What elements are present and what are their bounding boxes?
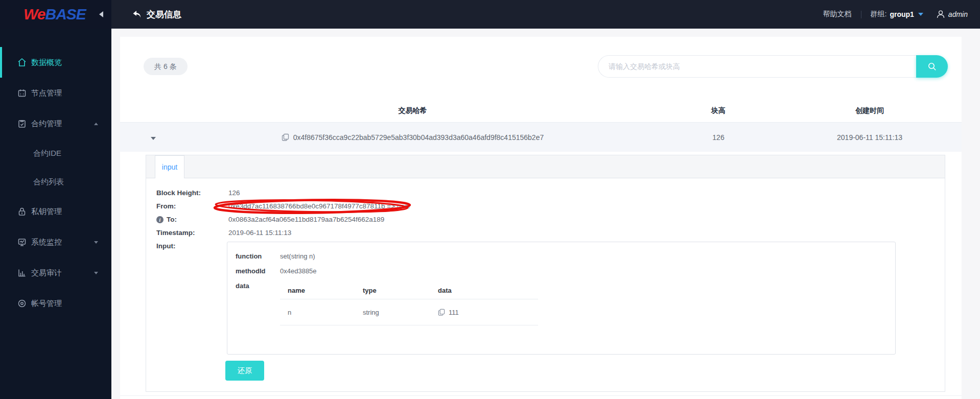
webase-logo: WeBASE	[24, 6, 86, 23]
row-expand-caret-icon[interactable]	[151, 137, 156, 140]
sidebar-item-contract-list[interactable]: 合约列表	[0, 168, 111, 196]
to-label: To:	[167, 213, 177, 226]
search-button[interactable]	[916, 55, 948, 78]
tx-detail-panel: input Block Height: 126 From: 0xe3dd7ac1…	[146, 155, 945, 392]
sidebar-item-label: 节点管理	[31, 88, 62, 98]
detail-tabbar: input	[146, 155, 945, 178]
back-arrow-icon[interactable]	[132, 9, 142, 19]
methodid-label: methodId	[236, 267, 280, 275]
from-user-link[interactable]: user	[397, 202, 410, 210]
param-header-type: type	[363, 287, 438, 294]
app-header: WeBASE 交易信息 帮助文档 群组: group1 admin	[0, 0, 980, 29]
page-title: 交易信息	[147, 9, 181, 20]
sidebar-item-contract-management[interactable]: 合约管理	[0, 108, 111, 139]
function-label: function	[236, 252, 280, 260]
logo-base: BASE	[45, 6, 85, 22]
header-main: 交易信息 帮助文档 群组: group1 admin	[111, 0, 980, 29]
sidebar-item-transaction-audit[interactable]: 交易审计	[0, 257, 111, 288]
params-table: name type data n string 111	[280, 282, 538, 325]
tab-input[interactable]: input	[155, 155, 184, 178]
clipboard-icon	[17, 119, 27, 128]
target-icon	[17, 299, 27, 308]
username: admin	[948, 10, 968, 18]
tx-block-height: 126	[659, 133, 778, 142]
block-height-value: 126	[228, 186, 240, 200]
sidebar-item-contract-ide[interactable]: 合约IDE	[0, 139, 111, 168]
methodid-value: 0x4ed3885e	[280, 267, 317, 275]
search-input[interactable]	[598, 55, 916, 78]
column-header-created-time: 创建时间	[778, 106, 962, 115]
monitor-icon	[17, 238, 27, 247]
user-menu[interactable]: admin	[936, 9, 968, 19]
data-label: data	[236, 282, 280, 325]
restore-button[interactable]: 还原	[225, 361, 264, 381]
copy-icon[interactable]	[438, 309, 445, 316]
tx-created-time: 2019-06-11 15:11:13	[778, 133, 962, 142]
block-height-label: Block Height:	[156, 186, 228, 200]
sidebar-item-data-overview[interactable]: 数据概览	[0, 47, 111, 78]
group-label: 群组:	[871, 10, 887, 19]
logo-zone: WeBASE	[0, 0, 111, 29]
column-header-block-height: 块高	[659, 106, 778, 115]
total-count-badge: 共 6 条	[144, 58, 188, 75]
sidebar-item-label: 合约列表	[33, 177, 64, 187]
lock-icon	[17, 207, 27, 216]
param-name: n	[288, 309, 363, 316]
sidebar-item-label: 交易审计	[31, 268, 62, 278]
function-value: set(string n)	[280, 252, 315, 260]
sidebar-item-label: 数据概览	[31, 58, 62, 67]
from-address: 0xe3dd7ac116838766bd8e0c967178f4977c8781…	[228, 202, 385, 210]
sidebar-item-label: 系统监控	[31, 238, 62, 247]
table-row[interactable]: 0x4f8675f36cca9c22bab5729e5ab3f30b04ad39…	[120, 123, 962, 152]
toolbar: 共 6 条	[120, 55, 962, 78]
sidebar-item-node-management[interactable]: 节点管理	[0, 78, 111, 108]
column-header-tx-hash: 交易哈希	[166, 106, 659, 115]
group-selector[interactable]: group1	[890, 10, 914, 18]
chevron-down-icon	[94, 241, 98, 244]
from-arrow: =>	[387, 202, 395, 210]
sidebar-item-system-monitor[interactable]: 系统监控	[0, 227, 111, 257]
content-card: 共 6 条 交易哈希 块高 创建时间 0x4f8675f36cca9c22bab…	[120, 37, 962, 399]
timestamp-value: 2019-06-11 15:11:13	[228, 226, 291, 240]
sidebar-collapse-icon[interactable]	[99, 11, 103, 17]
to-address: 0x0863a2acf64a065e11bd8179aa7b6254f662a1…	[228, 213, 384, 226]
svg-text:i: i	[159, 217, 161, 223]
from-label: From:	[156, 200, 228, 213]
timestamp-label: Timestamp:	[156, 226, 228, 240]
bar-chart-icon	[17, 268, 27, 277]
sidebar-item-label: 私钥管理	[31, 207, 62, 217]
sidebar: 数据概览 节点管理 合约管理 合约IDE 合约列表 私钥管理	[0, 29, 111, 399]
help-doc-link[interactable]: 帮助文档	[823, 10, 852, 19]
home-icon	[17, 58, 27, 67]
param-header-name: name	[288, 287, 363, 294]
info-icon[interactable]: i	[156, 216, 164, 223]
main-content: 共 6 条 交易哈希 块高 创建时间 0x4f8675f36cca9c22bab…	[111, 29, 980, 399]
sidebar-item-label: 帐号管理	[31, 299, 62, 309]
search-icon	[927, 62, 937, 72]
input-data-box: function set(string n) methodId 0x4ed388…	[227, 242, 896, 355]
param-header-data: data	[438, 287, 538, 294]
input-label: Input:	[156, 240, 228, 253]
chevron-down-icon[interactable]	[918, 13, 923, 16]
next-row-divider	[120, 395, 962, 399]
header-right: 帮助文档 群组: group1 admin	[823, 9, 968, 19]
header-divider	[861, 11, 861, 18]
logo-we: We	[24, 6, 45, 22]
sidebar-item-private-key-management[interactable]: 私钥管理	[0, 196, 111, 227]
sidebar-item-account-management[interactable]: 帐号管理	[0, 288, 111, 319]
calendar-icon	[17, 88, 27, 98]
param-row: n string 111	[280, 299, 538, 325]
table-header: 交易哈希 块高 创建时间	[120, 99, 962, 123]
chevron-down-icon	[94, 272, 98, 274]
tx-hash: 0x4f8675f36cca9c22bab5729e5ab3f30b04ad39…	[293, 133, 544, 142]
search-box	[598, 55, 948, 78]
chevron-up-icon	[94, 123, 98, 125]
user-icon	[936, 9, 946, 19]
copy-icon[interactable]	[282, 133, 289, 141]
param-data: 111	[449, 309, 459, 316]
sidebar-item-label: 合约管理	[31, 119, 62, 129]
param-type: string	[363, 309, 438, 316]
sidebar-item-label: 合约IDE	[33, 149, 61, 158]
